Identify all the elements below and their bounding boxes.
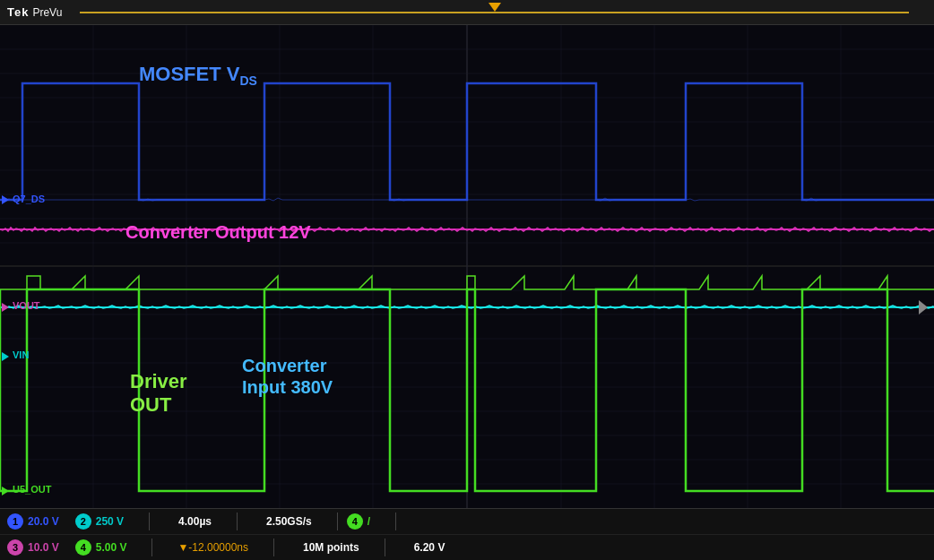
header-bar: Tek PreVu (0, 0, 934, 25)
status-bar: 1 20.0 V 2 250 V 4.00µs 2.50GS/s 4 / (0, 508, 934, 560)
ch1-voltage: 20.0 V (28, 515, 59, 528)
prevu-label: PreVu (32, 6, 62, 19)
ch2-indicator: 2 250 V (75, 513, 124, 530)
divider7 (385, 538, 385, 556)
points-indicator: 10M points (299, 541, 359, 554)
time-div: 4.00µs (178, 515, 212, 528)
divider6 (273, 538, 274, 556)
ref-level-indicator: 6.20 V (411, 541, 445, 554)
timebase-indicator: 4.00µs (175, 515, 212, 528)
sample-rate: 2.50GS/s (266, 515, 312, 528)
status-row-2: 3 10.0 V 4 5.00 V ▼-12.00000ns 10M point… (0, 535, 934, 560)
ch1-num: 1 (7, 513, 23, 530)
trigger-offset: ▼-12.00000ns (177, 541, 248, 554)
divider3 (337, 513, 338, 530)
tek-logo: Tek (7, 5, 29, 19)
ch3-voltage: 10.0 V (28, 541, 59, 554)
display-area: Q7_DS VOUT VIN U5_OUT MOSFET VDS Convert… (0, 25, 934, 508)
trigger-marker (489, 3, 501, 12)
divider1 (149, 513, 150, 530)
ch4-icon: / (368, 515, 370, 528)
status-row-1: 1 20.0 V 2 250 V 4.00µs 2.50GS/s 4 / (0, 509, 934, 535)
oscilloscope-display: Tek PreVu (0, 0, 934, 560)
ch3-indicator: 3 10.0 V (7, 539, 59, 556)
divider5 (151, 538, 152, 556)
trigger-offset-indicator: ▼-12.00000ns (177, 541, 248, 554)
sample-rate-indicator: 2.50GS/s (263, 515, 312, 528)
ch3-signal-label: VOUT (13, 300, 40, 311)
ch4-indicator-top: 4 / (347, 513, 370, 530)
ch4-voltage: 5.00 V (96, 541, 127, 554)
ch1-indicator: 1 20.0 V (7, 513, 59, 530)
ch2-voltage: 250 V (96, 515, 124, 528)
header-line (80, 12, 909, 13)
ch2-signal-label: VIN (13, 349, 29, 360)
ch4-num: 4 (347, 513, 363, 530)
grid (0, 25, 934, 508)
ref-level: 6.20 V (414, 541, 445, 554)
divider2 (237, 513, 238, 530)
ch2-num: 2 (75, 513, 91, 530)
points: 10M points (303, 541, 359, 554)
ch4-indicator-bottom: 4 5.00 V (75, 539, 127, 556)
divider4 (395, 513, 396, 530)
ch1-signal-label: Q7_DS (13, 194, 45, 204)
ch3-num: 3 (7, 539, 23, 556)
ch4-signal-label: U5_OUT (13, 484, 51, 495)
ch4-num-b: 4 (75, 539, 91, 556)
